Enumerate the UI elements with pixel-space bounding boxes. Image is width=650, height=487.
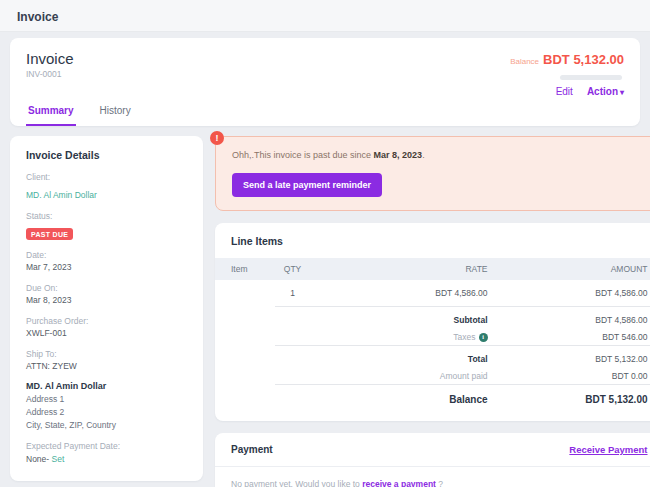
payment-empty-text: No payment yet. Would you like to (231, 479, 362, 487)
send-reminder-button[interactable]: Send a late payment reminder (232, 173, 382, 197)
total-value: BDT 5,132.00 (488, 354, 648, 364)
row-item (231, 288, 248, 298)
ship-to-label: Ship To: (26, 348, 187, 361)
ship-to-name: MD. Al Amin Dollar (26, 381, 187, 391)
page-body: Invoice INV-0001 BalanceBDT 5,132.00 Edi… (0, 32, 650, 487)
row-qty: 1 (248, 288, 338, 298)
subtotal-label: Subtotal (231, 315, 488, 325)
date-value: Mar 7, 2023 (26, 261, 187, 273)
row-amount: BDT 4,586.00 (488, 288, 648, 298)
due-on-value: Mar 8, 2023 (26, 294, 187, 306)
invoice-number: INV-0001 (26, 69, 74, 79)
receive-payment-link[interactable]: Receive Payment (569, 444, 647, 455)
subtotal-value: BDT 4,586.00 (488, 315, 648, 325)
expected-payment-value: None- (26, 454, 49, 464)
ship-address-line2: Address 2 (26, 406, 187, 419)
edit-link[interactable]: Edit (556, 86, 573, 97)
expected-payment-label: Expected Payment Date: (26, 440, 187, 453)
ship-address-city: City, State, ZIP, Country (26, 419, 187, 432)
amount-paid-label: Amount paid (231, 371, 488, 381)
purchase-order-value: XWLF-001 (26, 327, 187, 339)
column-qty: QTY (248, 264, 338, 274)
status-badge: PAST DUE (26, 228, 73, 240)
tab-history[interactable]: History (98, 99, 133, 126)
line-items-title: Line Items (215, 223, 650, 258)
purchase-order-label: Purchase Order: (26, 315, 187, 328)
payment-title: Payment (231, 444, 273, 455)
action-label: Action (587, 86, 618, 97)
taxes-info-icon[interactable]: i (479, 333, 488, 342)
balance-amount: BDT 5,132.00 (543, 52, 624, 67)
status-label: Status: (26, 210, 187, 223)
balance-row-label: Balance (231, 394, 488, 405)
total-label: Total (231, 354, 488, 364)
client-name-link[interactable]: MD. Al Amin Dollar (26, 190, 97, 200)
tab-bar: Summary History (26, 99, 624, 126)
amount-paid-value: BDT 0.00 (488, 371, 648, 381)
balance-row-value: BDT 5,132.00 (488, 394, 648, 405)
taxes-value: BDT 546.00 (488, 332, 648, 342)
top-bar: Invoice (0, 0, 650, 32)
alert-message: Ohh,.This invoice is past due since (232, 150, 374, 160)
row-rate: BDT 4,586.00 (338, 288, 488, 298)
invoice-header-card: Invoice INV-0001 BalanceBDT 5,132.00 Edi… (10, 38, 640, 126)
date-label: Date: (26, 249, 187, 262)
receive-payment-inline-link[interactable]: receive a payment (362, 479, 436, 487)
table-row: 1 BDT 4,586.00 BDT 4,586.00 (215, 280, 650, 306)
line-items-card: Line Items Item QTY RATE AMOUNT 1 BDT 4,… (215, 223, 650, 421)
balance-progress-bar (560, 75, 622, 80)
balance-label: Balance (510, 57, 539, 66)
action-dropdown[interactable]: Action▾ (587, 86, 624, 97)
invoice-details-title: Invoice Details (26, 149, 187, 161)
column-item: Item (231, 264, 248, 274)
alert-exclamation-icon: ! (210, 131, 224, 145)
page-title: Invoice (17, 10, 58, 24)
ship-address-line1: Address 1 (26, 393, 187, 406)
taxes-label: Taxes (453, 332, 475, 342)
column-rate: RATE (338, 264, 488, 274)
tab-summary[interactable]: Summary (26, 99, 76, 126)
client-label: Client: (26, 171, 187, 184)
line-items-header-row: Item QTY RATE AMOUNT (215, 258, 650, 280)
due-on-label: Due On: (26, 282, 187, 295)
set-expected-date-link[interactable]: Set (52, 454, 65, 464)
payment-card: Payment Receive Payment No payment yet. … (215, 433, 650, 487)
column-amount: AMOUNT (488, 264, 648, 274)
past-due-alert: ! Ohh,.This invoice is past due since Ma… (215, 136, 650, 211)
payment-empty-suffix: ? (436, 479, 443, 487)
ship-to-attn: ATTN: ZYEW (26, 360, 187, 372)
invoice-title: Invoice (26, 50, 74, 67)
alert-date: Mar 8, 2023 (374, 150, 423, 160)
invoice-details-card: Invoice Details Client: MD. Al Amin Doll… (10, 136, 203, 481)
alert-message-suffix: . (422, 150, 425, 160)
chevron-down-icon: ▾ (620, 88, 624, 97)
